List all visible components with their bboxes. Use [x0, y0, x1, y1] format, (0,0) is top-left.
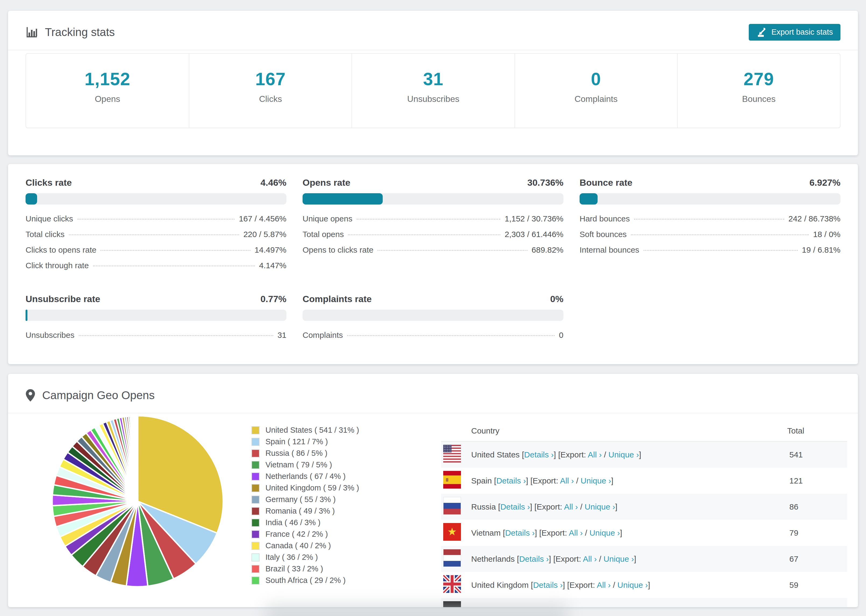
- legend-item[interactable]: Spain ( 121 / 7% ): [252, 436, 359, 448]
- bracket-close: ]: [620, 528, 622, 537]
- bracket-close: ]: [611, 476, 613, 485]
- legend-item[interactable]: France ( 42 / 2% ): [252, 528, 359, 540]
- total-clicks-row: Total clicks220 / 5.87%: [25, 230, 287, 245]
- geo-table-row: United States [Details ›] [Export: All ›…: [441, 442, 847, 468]
- legend-item[interactable]: Vietnam ( 79 / 5% ): [252, 459, 359, 471]
- es-flag-icon: [443, 471, 461, 490]
- us-flag-icon: [443, 445, 461, 464]
- legend-swatch: [252, 438, 260, 446]
- export-unique-link[interactable]: Unique ›: [617, 580, 648, 589]
- export-all-link[interactable]: All ›: [583, 555, 597, 563]
- export-all-link[interactable]: All ›: [569, 528, 583, 537]
- unsubscribes-row: Unsubscribes31: [25, 331, 287, 346]
- export-unique-link[interactable]: Unique ›: [585, 502, 615, 511]
- export-basic-stats-button[interactable]: Export basic stats: [749, 24, 841, 41]
- legend-item[interactable]: Netherlands ( 67 / 4% ): [252, 471, 359, 482]
- geo-table-row: Spain [Details ›] [Export: All › / Uniqu…: [441, 468, 847, 494]
- export-prefix: ] [Export:: [535, 528, 569, 537]
- country-total: 86: [789, 502, 847, 511]
- legend-swatch: [252, 577, 260, 585]
- details-link[interactable]: Details ›: [533, 580, 563, 589]
- export-unique-link[interactable]: Unique ›: [603, 555, 634, 563]
- geo-opens-title-text: Campaign Geo Opens: [42, 389, 155, 402]
- legend-item[interactable]: India ( 46 / 3% ): [252, 517, 359, 528]
- geo-legend: United States ( 541 / 31% )Spain ( 121 /…: [252, 424, 359, 586]
- legend-label: United States ( 541 / 31% ): [265, 426, 359, 435]
- legend-item[interactable]: South Africa ( 29 / 2% ): [252, 575, 359, 586]
- legend-label: Spain ( 121 / 7% ): [265, 437, 328, 446]
- legend-item[interactable]: United States ( 541 / 31% ): [252, 424, 359, 436]
- country-total: 67: [789, 555, 847, 564]
- nl-flag-icon: [443, 549, 461, 569]
- legend-item[interactable]: Russia ( 86 / 5% ): [252, 448, 359, 459]
- legend-item[interactable]: United Kingdom ( 59 / 3% ): [252, 482, 359, 494]
- clicks-rate-title: Clicks rate: [25, 178, 72, 188]
- export-unique-link[interactable]: Unique ›: [581, 476, 611, 485]
- legend-item[interactable]: Germany ( 55 / 3% ): [252, 494, 359, 505]
- rates-card: Clicks rate 4.46% Unique clicks167 / 4.4…: [8, 164, 858, 364]
- bracket-close: ]: [639, 450, 641, 459]
- opens-rate-title: Opens rate: [302, 178, 350, 188]
- unsubscribe-rate-value: 0.77%: [261, 294, 287, 304]
- legend-label: South Africa ( 29 / 2% ): [265, 576, 346, 585]
- details-link[interactable]: Details ›: [519, 555, 549, 563]
- legend-swatch: [252, 426, 260, 434]
- legend-item[interactable]: Canada ( 40 / 2% ): [252, 540, 359, 552]
- details-link[interactable]: Details ›: [500, 502, 530, 511]
- ru-flag-icon: [443, 497, 461, 517]
- clicks-rate-block: Clicks rate 4.46% Unique clicks167 / 4.4…: [25, 178, 287, 277]
- legend-swatch: [252, 507, 260, 515]
- click-through-row: Click through rate4.147%: [25, 261, 287, 277]
- country-name: Russia [: [471, 502, 500, 511]
- legend-swatch: [252, 484, 260, 492]
- bounces-count: 279: [678, 69, 840, 89]
- bracket-close: ]: [615, 502, 617, 511]
- link-separator: /: [611, 580, 617, 589]
- export-all-link[interactable]: All ›: [588, 450, 602, 459]
- complaints-count: 0: [515, 69, 677, 89]
- export-unique-link[interactable]: Unique ›: [589, 528, 620, 537]
- clicks-count: 167: [189, 69, 351, 89]
- bounces-label: Bounces: [678, 94, 840, 104]
- legend-label: Canada ( 40 / 2% ): [265, 541, 331, 550]
- export-unique-link[interactable]: Unique ›: [593, 607, 624, 607]
- bar-chart-icon: [25, 26, 38, 38]
- legend-item[interactable]: Italy ( 36 / 2% ): [252, 552, 359, 563]
- export-all-link[interactable]: All ›: [573, 607, 587, 607]
- export-prefix: ] [Export:: [554, 450, 588, 459]
- country-name: Spain [: [471, 476, 496, 485]
- total-opens-row: Total opens2,303 / 61.446%: [302, 230, 564, 245]
- export-button-label: Export basic stats: [772, 28, 833, 36]
- country-column-header: Country: [441, 426, 787, 435]
- details-link[interactable]: Details ›: [509, 607, 538, 607]
- geo-opens-pie-chart[interactable]: [49, 413, 227, 590]
- bracket-close: ]: [648, 580, 650, 589]
- country-name: United Kingdom [: [471, 580, 533, 589]
- export-unique-link[interactable]: Unique ›: [608, 450, 639, 459]
- unsubscribes-count: 31: [352, 69, 514, 89]
- link-separator: /: [586, 607, 593, 607]
- internal-bounces-row: Internal bounces19 / 6.81%: [579, 245, 841, 261]
- details-link[interactable]: Details ›: [524, 450, 554, 459]
- rates-row-1: Clicks rate 4.46% Unique clicks167 / 4.4…: [8, 164, 858, 277]
- legend-label: Netherlands ( 67 / 4% ): [265, 472, 346, 481]
- unique-opens-row: Unique opens1,152 / 30.736%: [302, 214, 564, 230]
- legend-label: Romania ( 49 / 3% ): [265, 507, 335, 515]
- geo-table-row: Vietnam [Details ›] [Export: All › / Uni…: [441, 520, 847, 546]
- legend-swatch: [252, 553, 260, 561]
- opens-to-clicks-row: Opens to clicks rate689.82%: [302, 245, 564, 261]
- country-total: 59: [789, 580, 847, 590]
- tracking-stats-header: Tracking stats Export basic stats: [8, 11, 858, 50]
- total-column-header: Total: [787, 426, 847, 435]
- details-link[interactable]: Details ›: [505, 528, 535, 537]
- legend-swatch: [252, 519, 260, 527]
- export-all-link[interactable]: All ›: [597, 580, 611, 589]
- legend-item[interactable]: Brazil ( 33 / 2% ): [252, 563, 359, 575]
- country-name: Vietnam [: [471, 528, 505, 537]
- details-link[interactable]: Details ›: [496, 476, 526, 485]
- export-all-link[interactable]: All ›: [560, 476, 574, 485]
- opens-label: Opens: [26, 94, 189, 104]
- legend-item[interactable]: Romania ( 49 / 3% ): [252, 505, 359, 517]
- export-all-link[interactable]: All ›: [564, 502, 578, 511]
- bracket-close: ]: [624, 607, 626, 607]
